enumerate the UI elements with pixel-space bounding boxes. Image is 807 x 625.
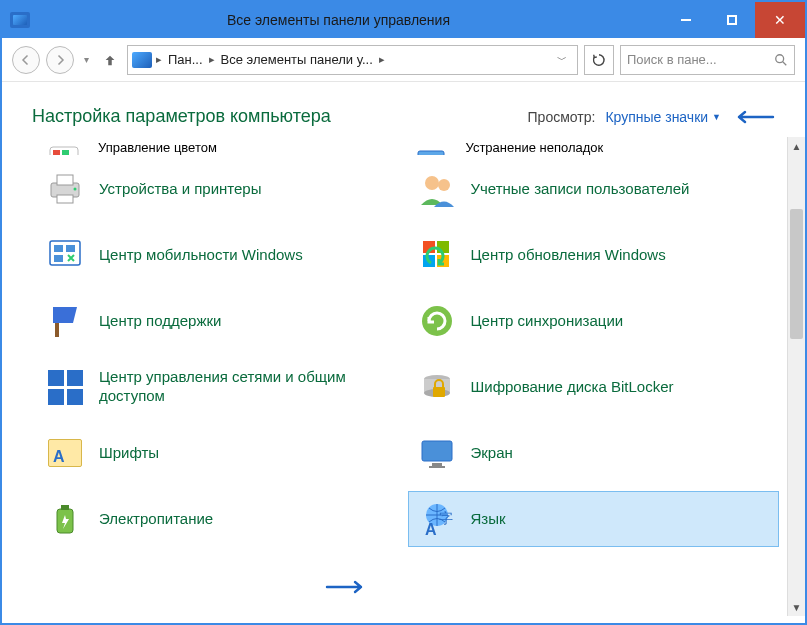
devices-printers-icon [45, 169, 85, 209]
chevron-down-icon: ▼ [712, 112, 721, 122]
item-devices-printers[interactable]: Устройства и принтеры [36, 161, 408, 217]
page-header: Настройка параметров компьютера Просмотр… [2, 82, 805, 137]
item-label: Центр синхронизации [471, 312, 624, 331]
item-language[interactable]: A字 Язык [408, 491, 780, 547]
view-label: Просмотр: [528, 109, 596, 125]
item-label: Центр обновления Windows [471, 246, 666, 265]
svg-rect-22 [55, 323, 59, 337]
bitlocker-icon [417, 367, 457, 407]
item-label: Устройства и принтеры [99, 180, 261, 199]
item-label: Экран [471, 444, 513, 463]
language-icon: A字 [417, 499, 457, 539]
item-label: Шрифты [99, 444, 159, 463]
items-grid: Устройства и принтеры Учетные записи пол… [28, 155, 779, 547]
item-sync-center[interactable]: Центр синхронизации [408, 293, 780, 349]
user-accounts-icon [417, 169, 457, 209]
close-button[interactable]: ✕ [755, 2, 805, 38]
item-fonts[interactable]: Шрифты [36, 425, 408, 481]
view-mode-dropdown[interactable]: Крупные значки ▼ [605, 109, 721, 125]
nav-forward-button[interactable] [46, 46, 74, 74]
svg-rect-10 [57, 195, 73, 203]
search-icon [774, 53, 788, 67]
power-options-icon [45, 499, 85, 539]
refresh-button[interactable] [584, 45, 614, 75]
item-label: Устранение неполадок [466, 140, 604, 155]
svg-rect-17 [54, 255, 63, 262]
page-title: Настройка параметров компьютера [32, 106, 331, 127]
annotation-arrow-icon [325, 579, 369, 598]
svg-point-12 [425, 176, 439, 190]
item-label: Центр управления сетями и общим доступом [99, 368, 399, 406]
item-troubleshooting[interactable]: Устранение неполадок [404, 137, 772, 155]
breadcrumb-separator-icon: ▸ [379, 53, 385, 66]
breadcrumb-separator-icon: ▸ [209, 53, 215, 66]
item-network-sharing[interactable]: Центр управления сетями и общим доступом [36, 359, 408, 415]
svg-rect-27 [433, 387, 445, 397]
svg-rect-29 [432, 463, 442, 466]
titlebar: Все элементы панели управления ✕ [2, 2, 805, 38]
item-label: Центр мобильности Windows [99, 246, 303, 265]
annotation-arrow-icon [731, 109, 775, 125]
troubleshoot-icon [412, 141, 452, 155]
svg-rect-3 [62, 150, 69, 155]
search-input[interactable]: Поиск в пане... [620, 45, 795, 75]
items-cut-row: Управление цветом Устранение неполадок [28, 137, 779, 155]
action-center-icon [45, 301, 85, 341]
item-windows-update[interactable]: Центр обновления Windows [408, 227, 780, 283]
search-placeholder: Поиск в пане... [627, 52, 717, 67]
maximize-button[interactable] [709, 2, 755, 38]
network-sharing-icon [45, 367, 85, 407]
breadcrumb[interactable]: ▸ Пан... ▸ Все элементы панели у... ▸ ﹀ [127, 45, 578, 75]
svg-point-0 [776, 54, 784, 62]
svg-rect-2 [53, 150, 60, 155]
item-label: Управление цветом [98, 140, 217, 155]
fonts-icon [45, 433, 85, 473]
item-label: Шифрование диска BitLocker [471, 378, 674, 397]
item-color-management[interactable]: Управление цветом [36, 137, 404, 155]
item-action-center[interactable]: Центр поддержки [36, 293, 408, 349]
mobility-center-icon [45, 235, 85, 275]
scrollbar-thumb[interactable] [790, 209, 803, 339]
svg-rect-16 [66, 245, 75, 252]
view-mode-text: Крупные значки [605, 109, 708, 125]
svg-rect-15 [54, 245, 63, 252]
svg-point-23 [422, 306, 452, 336]
item-power-options[interactable]: Электропитание [36, 491, 408, 547]
windows-update-icon [417, 235, 457, 275]
breadcrumb-dropdown-icon[interactable]: ﹀ [551, 53, 573, 67]
breadcrumb-segment[interactable]: Пан... [166, 52, 205, 67]
color-management-icon [44, 141, 84, 155]
svg-rect-6 [418, 151, 444, 155]
svg-rect-30 [429, 466, 445, 468]
breadcrumb-separator-icon: ▸ [156, 53, 162, 66]
sync-center-icon [417, 301, 457, 341]
item-user-accounts[interactable]: Учетные записи пользователей [408, 161, 780, 217]
breadcrumb-segment[interactable]: Все элементы панели у... [219, 52, 375, 67]
scroll-down-button[interactable]: ▼ [788, 598, 805, 616]
vertical-scrollbar[interactable]: ▲ ▼ [787, 137, 805, 616]
item-label: Язык [471, 510, 506, 529]
nav-up-button[interactable] [99, 49, 121, 71]
svg-rect-9 [57, 175, 73, 185]
svg-rect-28 [422, 441, 452, 461]
svg-point-11 [74, 188, 77, 191]
svg-text:字: 字 [439, 510, 453, 526]
items-pane: Управление цветом Устранение неполадок У… [2, 137, 805, 616]
svg-text:A: A [425, 521, 437, 538]
item-label: Центр поддержки [99, 312, 221, 331]
item-mobility-center[interactable]: Центр мобильности Windows [36, 227, 408, 283]
window-title: Все элементы панели управления [2, 12, 675, 28]
display-icon [417, 433, 457, 473]
svg-point-13 [438, 179, 450, 191]
item-bitlocker[interactable]: Шифрование диска BitLocker [408, 359, 780, 415]
control-panel-icon [132, 52, 152, 68]
scroll-up-button[interactable]: ▲ [788, 137, 805, 155]
item-display[interactable]: Экран [408, 425, 780, 481]
control-panel-window: Все элементы панели управления ✕ ▾ ▸ Пан… [0, 0, 807, 625]
address-bar: ▾ ▸ Пан... ▸ Все элементы панели у... ▸ … [2, 38, 805, 82]
item-label: Учетные записи пользователей [471, 180, 690, 199]
nav-history-dropdown[interactable]: ▾ [80, 54, 93, 65]
item-label: Электропитание [99, 510, 213, 529]
svg-rect-32 [61, 505, 69, 510]
nav-back-button[interactable] [12, 46, 40, 74]
